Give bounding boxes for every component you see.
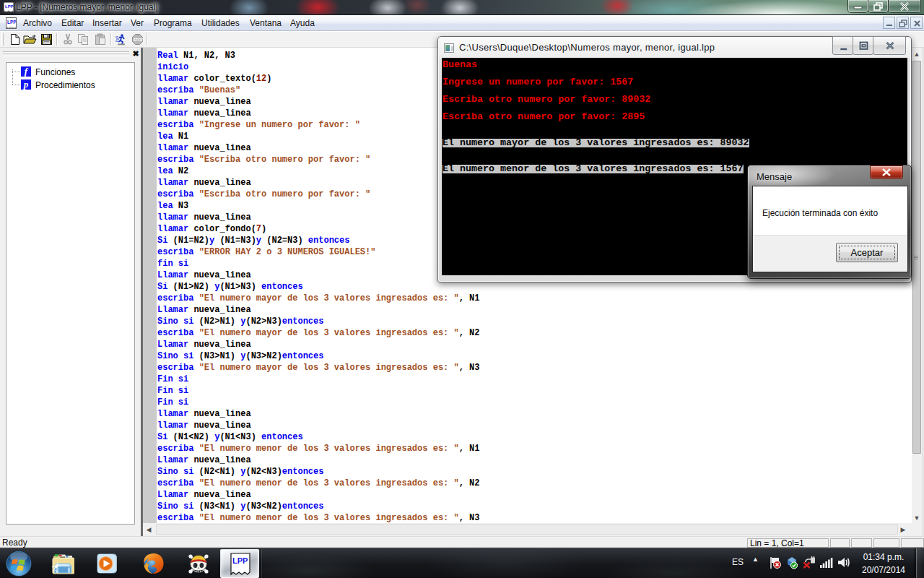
svg-text:LPP: LPP <box>5 4 14 9</box>
svg-text:LPP: LPP <box>7 20 17 25</box>
svg-text:STOP: STOP <box>133 38 144 42</box>
svg-text:LPP: LPP <box>232 556 248 565</box>
